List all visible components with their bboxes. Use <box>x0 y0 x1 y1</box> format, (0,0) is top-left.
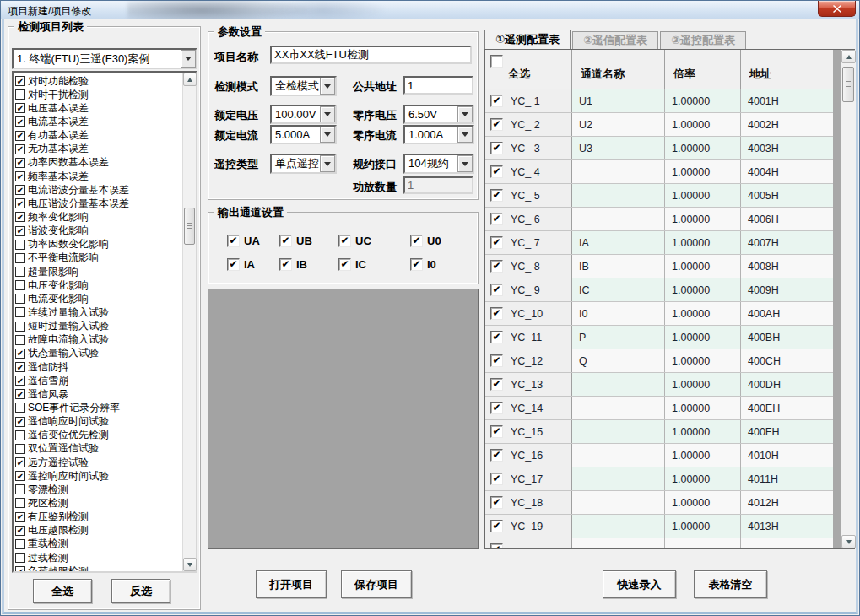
item-checkbox[interactable] <box>15 253 25 263</box>
table-row[interactable]: ✔YC_ 41.000004004H <box>485 160 833 184</box>
cell-address[interactable]: 4012H <box>741 491 833 514</box>
cell-channel-name[interactable]: IB <box>572 255 665 278</box>
item-checkbox[interactable] <box>15 403 25 413</box>
cell-address[interactable]: 4001H <box>741 89 833 112</box>
item-checkbox[interactable] <box>15 267 25 277</box>
item-checkbox[interactable]: ✔ <box>15 171 25 181</box>
item-checkbox[interactable]: ✔ <box>15 185 25 195</box>
select-all-checkbox[interactable] <box>490 55 503 68</box>
cell-channel-name[interactable]: I0 <box>572 302 665 325</box>
row-checkbox[interactable]: ✔ <box>490 189 503 202</box>
cell-channel-name[interactable] <box>572 397 665 419</box>
table-row[interactable]: ✔YC_171.000004011H <box>485 467 833 491</box>
list-item[interactable]: 对时干扰检测 <box>15 88 182 101</box>
row-checkbox[interactable]: ✔ <box>490 425 503 438</box>
item-checkbox[interactable]: ✔ <box>15 362 25 372</box>
cell-channel-name[interactable]: Q <box>572 349 665 372</box>
list-item[interactable]: 电流变化影响 <box>15 292 182 305</box>
list-item[interactable]: ✔远方遥控试验 <box>15 456 182 469</box>
item-checkbox[interactable]: ✔ <box>15 566 25 571</box>
cell-channel-name[interactable]: U2 <box>572 113 665 136</box>
row-checkbox[interactable]: ✔ <box>490 307 503 320</box>
channel-toggle-ua[interactable]: ✔UA <box>227 235 279 247</box>
chevron-down-icon[interactable] <box>320 106 335 122</box>
list-item[interactable]: ✔频率基本误差 <box>15 170 182 183</box>
scroll-down-icon[interactable] <box>183 558 197 571</box>
table-row[interactable]: ✔YC_141.00000400EH <box>485 397 833 420</box>
item-checkbox[interactable]: ✔ <box>15 76 25 86</box>
cell-rate[interactable]: 1.00000 <box>665 184 741 207</box>
table-row[interactable]: ✔YC_12Q1.00000400CH <box>485 349 833 373</box>
cell-address[interactable]: 4006H <box>741 208 833 230</box>
item-checkbox[interactable]: ✔ <box>15 526 25 536</box>
clear-table-button[interactable]: 表格清空 <box>694 570 767 598</box>
list-item[interactable]: ✔遥信响应时间试验 <box>15 415 182 429</box>
cell-channel-name[interactable] <box>572 420 665 443</box>
item-checkbox[interactable] <box>15 539 25 549</box>
cell-channel-name[interactable] <box>572 184 665 207</box>
list-item[interactable]: 过载检测 <box>15 551 182 565</box>
item-checkbox[interactable] <box>15 484 25 494</box>
item-checkbox[interactable] <box>15 444 25 454</box>
preset-dropdown[interactable]: 1. 终端(FTU)三遥(F30)案例 <box>12 48 197 69</box>
channel-checkbox[interactable]: ✔ <box>227 235 240 247</box>
list-item[interactable]: 双位置遥信试验 <box>15 442 182 456</box>
detect-mode-select[interactable]: 全检模式 <box>270 76 337 96</box>
table-row[interactable]: ✔YC_ 61.000004006H <box>485 208 833 231</box>
channel-checkbox[interactable]: ✔ <box>279 258 292 271</box>
cell-address[interactable]: 400BH <box>741 326 833 349</box>
list-item[interactable]: ✔有压鉴别检测 <box>15 511 182 524</box>
item-checkbox[interactable] <box>15 294 25 304</box>
tab-yx-config[interactable]: ②遥信配置表 <box>572 31 658 49</box>
cell-rate[interactable]: 1.00000 <box>665 326 741 349</box>
item-checkbox[interactable] <box>15 280 25 290</box>
list-item[interactable]: ✔电压越限检测 <box>15 524 182 538</box>
list-item[interactable]: ✔遥信风暴 <box>15 387 182 401</box>
cell-rate[interactable]: 1.00000 <box>665 137 741 159</box>
table-row[interactable]: ✔YC_191.000004013H <box>485 515 833 538</box>
cell-channel-name[interactable]: U1 <box>572 89 665 112</box>
protocol-interface-select[interactable]: 104规约 <box>403 154 474 174</box>
cell-rate[interactable]: 1.00000 <box>665 231 741 254</box>
scroll-up-icon[interactable] <box>841 50 856 63</box>
row-checkbox[interactable]: ✔ <box>490 473 503 485</box>
rated-voltage-select[interactable]: 100.00V <box>270 105 337 124</box>
cell-channel-name[interactable] <box>572 208 665 230</box>
list-item[interactable]: 超量限影响 <box>15 265 182 278</box>
item-checkbox[interactable]: ✔ <box>15 158 25 168</box>
cell-address[interactable]: 4008H <box>741 255 833 278</box>
table-row[interactable]: ✔YC_131.00000400DH <box>485 373 833 397</box>
row-checkbox[interactable]: ✔ <box>490 402 503 414</box>
cell-rate[interactable]: 1.00000 <box>665 467 741 490</box>
item-checkbox[interactable]: ✔ <box>15 389 25 399</box>
list-item[interactable]: 不平衡电流影响 <box>15 251 182 265</box>
row-checkbox[interactable]: ✔ <box>490 496 503 509</box>
cell-rate[interactable]: 1.00000 <box>665 515 741 538</box>
item-checkbox[interactable] <box>15 240 25 250</box>
list-item[interactable]: ✔电流谐波分量基本误差 <box>15 183 182 197</box>
channel-toggle-ub[interactable]: ✔UB <box>279 235 338 247</box>
row-checkbox[interactable]: ✔ <box>490 354 503 367</box>
cell-address[interactable]: 4011H <box>741 467 833 490</box>
item-checkbox[interactable] <box>15 430 25 440</box>
list-item[interactable]: ✔遥控响应时间试验 <box>15 469 182 483</box>
item-checkbox[interactable]: ✔ <box>15 103 25 113</box>
list-item[interactable]: 死区检测 <box>15 496 182 510</box>
item-checkbox[interactable]: ✔ <box>15 512 25 522</box>
cell-rate[interactable]: 1.00000 <box>665 397 741 419</box>
item-checkbox[interactable]: ✔ <box>15 471 25 481</box>
table-scrollbar-thumb[interactable] <box>842 67 854 102</box>
cell-channel-name[interactable] <box>572 515 665 538</box>
chevron-down-icon[interactable] <box>320 155 335 172</box>
table-row[interactable]: ✔YC_ 2U21.000004002H <box>485 113 833 137</box>
row-checkbox[interactable]: ✔ <box>490 543 503 548</box>
rated-current-select[interactable]: 5.000A <box>270 125 337 144</box>
zero-seq-voltage-select[interactable]: 6.50V <box>403 105 474 124</box>
item-checkbox[interactable]: ✔ <box>15 198 25 208</box>
cell-channel-name[interactable]: P <box>572 326 665 349</box>
item-checkbox[interactable]: ✔ <box>15 212 25 222</box>
list-item[interactable]: ✔电流基本误差 <box>15 115 182 128</box>
channel-checkbox[interactable]: ✔ <box>410 258 423 271</box>
list-item[interactable]: 电压变化影响 <box>15 278 182 292</box>
item-checkbox[interactable]: ✔ <box>15 131 25 141</box>
